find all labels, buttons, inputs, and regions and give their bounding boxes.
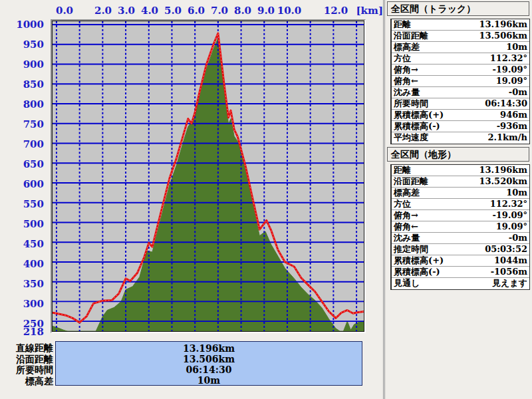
stat-label: 推定時間: [394, 244, 428, 255]
y-axis-tick: 218: [0, 326, 44, 338]
x-axis-tick: 8.0: [234, 5, 251, 17]
y-axis-tick: 1000: [0, 19, 44, 31]
panel-divider[interactable]: [383, 0, 385, 399]
stat-label: 累積標高(-): [394, 267, 440, 277]
stat-value: -19.09°: [492, 210, 527, 221]
stat-value: 112.32°: [490, 199, 527, 209]
y-axis-tick: 600: [0, 178, 44, 190]
stat-row: 沿面距離13.520km: [392, 176, 529, 188]
y-axis-tick: 800: [0, 98, 44, 110]
stat-label: 俯角→: [394, 65, 418, 75]
stat-row: 見通し見えます: [392, 278, 529, 289]
stat-row: 平均速度2.1km/h: [392, 132, 529, 144]
x-axis-tick: 9.0: [257, 5, 275, 17]
stat-label: 見通し: [394, 278, 420, 289]
elevation-profile-window: 0.02.03.04.05.06.07.08.09.010.012.0[km] …: [0, 0, 532, 399]
stat-value: 946m: [500, 110, 527, 120]
y-axis-tick: 700: [0, 138, 44, 150]
stat-value: 2.1km/h: [487, 132, 527, 144]
stat-row: 累積標高(-)-1056m: [392, 267, 529, 278]
stat-row: 俯角←19.09°: [392, 76, 529, 87]
stat-value: -19.09°: [492, 65, 527, 75]
elevation-plot[interactable]: [52, 21, 364, 332]
stat-row: 沈み量-0m: [392, 233, 529, 244]
stat-label: 沈み量: [394, 87, 420, 98]
x-axis-tick: 10.0: [277, 5, 302, 17]
stat-value: -936m: [497, 121, 527, 132]
plot-bevel-frame: [51, 19, 366, 333]
y-axis-tick: 750: [0, 118, 44, 130]
stat-label: 距離: [394, 19, 411, 30]
y-axis-tick: 950: [0, 39, 44, 51]
stat-row: 推定時間05:03:52: [392, 244, 529, 255]
y-axis-tick: 350: [0, 278, 44, 290]
stat-row: 累積標高(+)1044m: [392, 255, 529, 267]
panel-title: 全区間（地形）: [387, 147, 529, 162]
stat-value: 05:03:52: [485, 244, 527, 255]
stat-label: 累積標高(+): [394, 110, 444, 120]
stat-value: 10m: [506, 42, 527, 53]
stat-row: 俯角→-19.09°: [392, 65, 529, 76]
y-axis-tick: 300: [0, 298, 44, 310]
x-axis-tick: 0.0: [56, 5, 73, 17]
stat-value: 13.506km: [479, 31, 527, 41]
stat-label: 方位: [394, 199, 411, 209]
y-axis-tick: 500: [0, 218, 44, 230]
x-axis-tick: 3.0: [118, 5, 135, 17]
summary-value: 06:14:30: [56, 364, 362, 375]
panel-title: 全区間（トラック）: [387, 1, 529, 16]
stat-value: 13.520km: [479, 176, 527, 187]
stat-value: 19.09°: [496, 76, 527, 86]
stat-value: 06:14:30: [485, 98, 527, 109]
x-axis-tick: 6.0: [188, 5, 205, 17]
stat-value: -0m: [509, 87, 527, 98]
y-axis-tick: 650: [0, 158, 44, 170]
x-axis-tick: 5.0: [164, 5, 182, 17]
stat-row: 所要時間06:14:30: [392, 98, 529, 110]
stat-value: 見えます: [492, 278, 527, 289]
stat-label: 方位: [394, 53, 411, 64]
stat-row: 距離13.196km: [392, 19, 529, 31]
stat-value: 112.32°: [490, 53, 527, 64]
stat-row: 累積標高(-)-936m: [392, 121, 529, 132]
summary-label: 標高差: [0, 376, 53, 387]
x-axis-tick: 2.0: [94, 5, 112, 17]
summary-value: 13.196km: [56, 343, 362, 354]
stat-value: 1044m: [494, 255, 527, 266]
summary-value: 13.506km: [56, 354, 362, 364]
y-axis-tick: 550: [0, 198, 44, 210]
stat-label: 俯角→: [394, 210, 418, 221]
stat-row: 累積標高(+)946m: [392, 110, 529, 121]
y-axis-tick: 850: [0, 78, 44, 90]
stat-row: 俯角→-19.09°: [392, 210, 529, 221]
stat-row: 方位112.32°: [392, 53, 529, 65]
y-axis-tick: 900: [0, 59, 44, 70]
stat-value: 19.09°: [496, 221, 527, 232]
stat-row: 俯角←19.09°: [392, 221, 529, 233]
stat-label: 所要時間: [394, 98, 428, 109]
stat-label: 俯角←: [394, 76, 418, 86]
stat-value: 10m: [506, 188, 527, 198]
stat-value: 13.196km: [479, 165, 527, 176]
stat-label: 沈み量: [394, 233, 420, 243]
stat-value: 13.196km: [479, 19, 527, 30]
summary-value: 10m: [56, 375, 362, 386]
x-axis-tick: 7.0: [211, 5, 228, 17]
stat-label: 平均速度: [394, 132, 428, 144]
y-axis-tick: 400: [0, 258, 44, 270]
stat-label: 累積標高(+): [394, 255, 444, 266]
terrain-area: [53, 38, 364, 331]
summary-label: 沿面距離: [0, 354, 53, 365]
stat-label: 俯角←: [394, 221, 418, 232]
stat-label: 累積標高(-): [394, 121, 440, 132]
elevation-chart-svg: [53, 21, 364, 331]
stat-value: -0m: [509, 233, 527, 243]
stat-label: 沿面距離: [394, 176, 428, 187]
stat-label: 沿面距離: [394, 31, 428, 41]
summary-label: 所要時間: [0, 364, 53, 376]
stats-table: 距離13.196km沿面距離13.506km標高差10m方位112.32°俯角→…: [390, 19, 530, 144]
stat-row: 標高差10m: [392, 42, 529, 53]
x-axis-unit-label: [km]: [356, 5, 383, 17]
summary-box: 13.196km13.506km06:14:3010m: [55, 341, 362, 386]
x-axis-tick: 12.0: [324, 5, 348, 17]
